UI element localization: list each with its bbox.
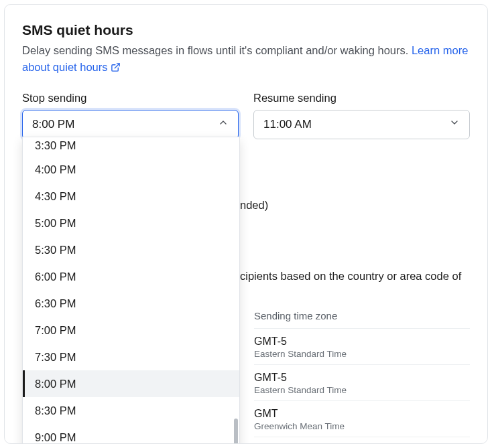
resume-sending-field: Resume sending 11:00 AM <box>253 92 470 139</box>
svg-line-0 <box>115 64 119 68</box>
stop-sending-label: Stop sending <box>22 92 239 104</box>
section-title: SMS quiet hours <box>22 22 470 38</box>
chevron-down-icon <box>449 117 460 131</box>
scrollbar-thumb[interactable] <box>234 419 238 444</box>
quiet-hours-card: SMS quiet hours Delay sending SMS messag… <box>4 4 488 444</box>
stop-sending-dropdown: 3:30 PM 4:00 PM 4:30 PM 5:00 PM 5:30 PM … <box>22 137 240 444</box>
timezone-row: GMT+11 <box>254 437 470 444</box>
timezone-explainer-fragment: cipients based on the country or area co… <box>240 270 461 283</box>
description-text: Delay sending SMS messages in flows unti… <box>22 44 412 56</box>
dropdown-listbox[interactable]: 3:30 PM 4:00 PM 4:30 PM 5:00 PM 5:30 PM … <box>23 137 239 444</box>
stop-sending-field: Stop sending 8:00 PM <box>22 92 239 139</box>
timezone-name: Eastern Standard Time <box>254 385 470 395</box>
timezone-name: Greenwich Mean Time <box>254 421 470 431</box>
timezone-table: Sending time zone GMT-5 Eastern Standard… <box>254 310 470 444</box>
time-option[interactable]: 8:30 PM <box>23 397 239 424</box>
timezone-row: GMT Greenwich Mean Time <box>254 401 470 437</box>
dropdown-scrollbar[interactable] <box>233 137 238 444</box>
stop-sending-value: 8:00 PM <box>32 118 74 131</box>
external-link-icon <box>111 60 121 77</box>
timezone-code: GMT-5 <box>254 372 470 384</box>
stop-sending-select[interactable]: 8:00 PM <box>22 110 239 139</box>
time-option[interactable]: 4:00 PM <box>23 156 239 183</box>
time-option[interactable]: 5:00 PM <box>23 210 239 236</box>
time-option[interactable]: 9:00 PM <box>23 424 239 444</box>
time-option-selected[interactable]: 8:00 PM <box>23 370 239 397</box>
timezone-row: GMT-5 Eastern Standard Time <box>254 329 470 365</box>
resume-sending-value: 11:00 AM <box>263 118 312 131</box>
timezone-row: GMT-5 Eastern Standard Time <box>254 365 470 401</box>
time-option[interactable]: 4:30 PM <box>23 183 239 210</box>
timezone-name: Eastern Standard Time <box>254 349 470 359</box>
resume-sending-label: Resume sending <box>253 92 470 104</box>
timezone-code: GMT-5 <box>254 335 470 348</box>
time-option[interactable]: 7:30 PM <box>23 344 239 370</box>
chevron-up-icon <box>218 117 229 131</box>
resume-sending-select[interactable]: 11:00 AM <box>253 110 470 139</box>
timezone-column-header: Sending time zone <box>254 310 470 329</box>
time-range-row: Stop sending 8:00 PM Resume sending 11:0… <box>22 92 470 139</box>
time-option[interactable]: 6:30 PM <box>23 290 239 317</box>
time-option[interactable]: 5:30 PM <box>23 236 239 263</box>
timezone-code: GMT <box>254 408 470 420</box>
time-option[interactable]: 3:30 PM <box>23 137 239 156</box>
time-option[interactable]: 6:00 PM <box>23 263 239 290</box>
time-option[interactable]: 7:00 PM <box>23 317 239 344</box>
section-description: Delay sending SMS messages in flows unti… <box>22 42 470 77</box>
recommended-text-fragment: nded) <box>240 199 268 212</box>
